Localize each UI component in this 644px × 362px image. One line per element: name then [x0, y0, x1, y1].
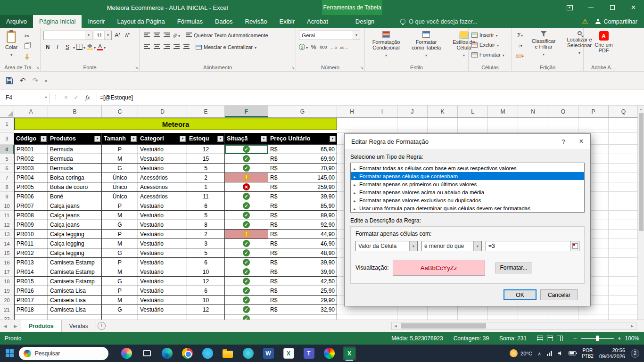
scroll-left-icon[interactable]: ◀ — [392, 324, 399, 328]
cell-E7[interactable]: 2 — [187, 173, 225, 182]
zoom-level[interactable]: 100% — [625, 335, 639, 342]
scroll-right-icon[interactable]: ▶ — [628, 324, 636, 328]
undo-button[interactable] — [20, 76, 26, 85]
insert-function-icon[interactable]: fx — [82, 94, 94, 101]
empty-cell[interactable] — [367, 118, 397, 130]
tab-layout-da-pagina[interactable]: Layout da Página — [111, 15, 171, 28]
empty-cell[interactable] — [458, 305, 488, 314]
cell-C7[interactable]: Único — [102, 173, 138, 182]
decrease-font-button[interactable] — [123, 31, 132, 40]
empty-cell[interactable] — [609, 154, 637, 164]
cell-B7[interactable]: Bolsa coringa — [48, 173, 102, 182]
cell-D16[interactable]: Vestuário — [138, 258, 187, 267]
copy-button[interactable] — [22, 42, 32, 50]
merge-center-button[interactable]: Mesclar e Centralizar — [196, 44, 256, 50]
table-header-C[interactable]: Tamanh — [102, 133, 138, 145]
column-header-I[interactable]: I — [367, 106, 397, 117]
cell-G22[interactable] — [268, 314, 337, 320]
cell-D10[interactable]: Vestuário — [138, 201, 187, 211]
cell-E4[interactable]: 12 — [187, 145, 225, 154]
row-header-21[interactable]: 21 — [0, 305, 14, 314]
rule-type-option-1-selected[interactable]: Formatar apenas células que contenham — [351, 172, 584, 180]
empty-cell[interactable] — [609, 296, 637, 305]
column-header-C[interactable]: C — [102, 106, 138, 117]
column-header-B[interactable]: B — [48, 106, 102, 117]
table-header-B[interactable]: Produtos — [48, 133, 102, 145]
empty-cell[interactable] — [518, 305, 548, 314]
cell-D9[interactable]: Acessórios — [138, 192, 187, 201]
empty-cell[interactable] — [609, 258, 637, 267]
row-header-1[interactable]: 1 — [0, 118, 14, 130]
cell-C21[interactable]: G — [102, 305, 138, 314]
tab-pagina-inicial[interactable]: Página Inicial — [33, 15, 82, 28]
cell-F13[interactable] — [225, 230, 268, 239]
cell-A14[interactable]: PR011 — [14, 239, 48, 248]
table-header-D[interactable]: Categori — [138, 133, 187, 145]
empty-cell[interactable] — [609, 164, 637, 173]
name-box[interactable]: F4 — [2, 92, 42, 103]
cell-A22[interactable] — [14, 314, 48, 320]
row-header-20[interactable]: 20 — [0, 296, 14, 305]
cell-E9[interactable]: 11 — [187, 192, 225, 201]
empty-cell[interactable] — [428, 118, 458, 130]
notification-badge[interactable]: 2 — [631, 349, 639, 358]
dialog-launcher-icon[interactable] — [360, 66, 363, 70]
cell-B5[interactable]: Bermuda — [48, 154, 102, 164]
row-header-8[interactable]: 8 — [0, 182, 14, 192]
photos-button[interactable] — [322, 346, 336, 361]
row-header-10[interactable]: 10 — [0, 201, 14, 211]
empty-cell[interactable] — [609, 118, 637, 130]
cell-B17[interactable]: Camiseta Estamp — [48, 267, 102, 277]
row-header-4[interactable]: 4 — [0, 145, 14, 154]
redo-button[interactable] — [33, 76, 39, 85]
column-header-N[interactable]: N — [518, 106, 548, 117]
column-header-Q[interactable]: Q — [609, 106, 637, 117]
page-break-view-icon[interactable] — [557, 336, 563, 341]
cell-E21[interactable]: 12 — [187, 305, 225, 314]
zoom-slider[interactable] — [581, 338, 614, 339]
font-size-combo[interactable]: 11 — [94, 31, 112, 40]
cell-G11[interactable]: R$89,90 — [268, 211, 337, 220]
cell-D21[interactable]: Vestuário — [138, 305, 187, 314]
cell-D6[interactable]: Vestuário — [138, 164, 187, 173]
cell-B22[interactable] — [48, 314, 102, 320]
empty-cell[interactable] — [518, 314, 548, 320]
filter-button[interactable] — [330, 136, 336, 142]
format-as-table-button[interactable]: Formatar como Tabela — [406, 30, 446, 63]
cell-A5[interactable]: PR002 — [14, 154, 48, 164]
cell-B4[interactable]: Bermuda — [48, 145, 102, 154]
filter-button[interactable] — [180, 136, 186, 142]
weather-widget[interactable]: 20°C — [510, 349, 532, 357]
empty-cell[interactable] — [578, 305, 609, 314]
row-header-13[interactable]: 13 — [0, 230, 14, 239]
empty-cell[interactable] — [337, 305, 367, 314]
zoom-in-icon[interactable]: + — [618, 335, 621, 342]
table-header-F[interactable]: Situaçã — [225, 133, 268, 145]
empty-cell[interactable] — [609, 133, 637, 145]
row-header-7[interactable]: 7 — [0, 173, 14, 182]
increase-decimal-button[interactable] — [329, 42, 338, 51]
cell-A13[interactable]: PR010 — [14, 230, 48, 239]
wrap-text-button[interactable]: Quebrar Texto Automaticamente — [186, 33, 268, 38]
name-box-dropdown-icon[interactable] — [42, 92, 50, 103]
column-header-E[interactable]: E — [187, 106, 225, 117]
cell-B16[interactable]: Camiseta Estamp — [48, 258, 102, 267]
column-header-J[interactable]: J — [397, 106, 428, 117]
cell-B8[interactable]: Bolsa de couro — [48, 182, 102, 192]
formula-bar-grip[interactable]: ⋮ — [53, 94, 58, 100]
cell-F17[interactable] — [225, 267, 268, 277]
rule-type-option-2[interactable]: Formatar apenas os primeiros ou últimos … — [351, 180, 584, 188]
conditional-formatting-button[interactable]: Formatação Condicional — [368, 30, 405, 63]
chevron-down-icon[interactable] — [73, 44, 75, 50]
table-header-E[interactable]: Estoqu — [187, 133, 225, 145]
filter-button[interactable] — [217, 136, 223, 142]
sheet-tab-produtos[interactable]: Produtos — [21, 320, 62, 332]
empty-cell[interactable] — [518, 118, 548, 130]
skype-button[interactable] — [201, 346, 214, 361]
cell-G19[interactable]: R$25,90 — [268, 286, 337, 296]
language-indicator[interactable]: POR PTB2 — [582, 348, 594, 359]
cell-B20[interactable]: Camiseta Lisa — [48, 296, 102, 305]
row-header-5[interactable]: 5 — [0, 154, 14, 164]
empty-cell[interactable] — [397, 305, 428, 314]
cell-F20[interactable] — [225, 296, 268, 305]
